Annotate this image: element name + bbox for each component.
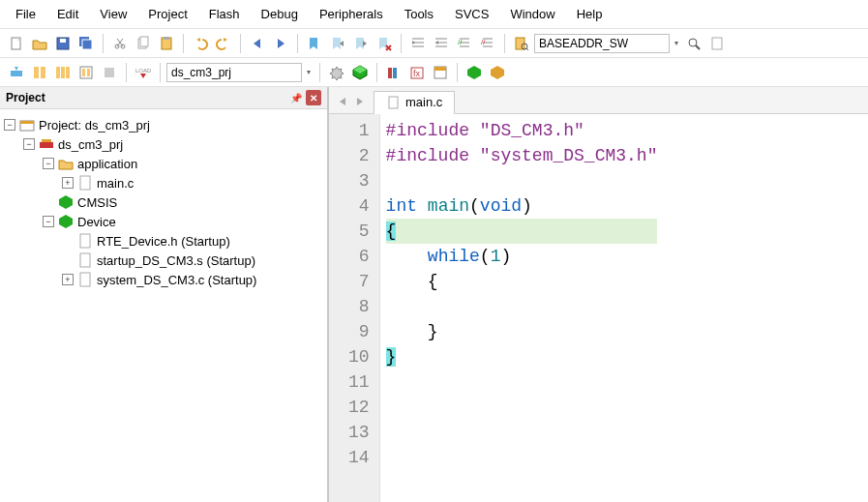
sfile-icon	[77, 252, 93, 268]
cut-icon[interactable]	[109, 33, 131, 54]
rebuild-icon[interactable]	[52, 62, 74, 83]
tree-group-application[interactable]: − application	[43, 154, 323, 173]
svg-marker-17	[363, 41, 367, 46]
hfile-icon	[77, 233, 93, 249]
menu-help[interactable]: Help	[567, 4, 613, 24]
svg-rect-35	[61, 67, 65, 78]
copy-icon[interactable]	[133, 33, 154, 54]
tree-label: startup_DS_CM3.s (Startup)	[97, 253, 255, 268]
svg-rect-39	[87, 69, 90, 76]
functions-icon[interactable]: fx	[406, 62, 428, 83]
project-tree[interactable]: − Project: ds_cm3_prj − ds_cm3_prj − app…	[0, 109, 327, 502]
expand-icon[interactable]: +	[62, 177, 74, 189]
stop-build-icon[interactable]	[99, 62, 120, 83]
collapse-icon[interactable]: −	[4, 119, 15, 131]
tree-label: system_DS_CM3.c (Startup)	[97, 273, 256, 287]
tab-fwd-icon[interactable]	[352, 94, 368, 109]
svg-marker-63	[340, 98, 345, 105]
tree-group-cmsis[interactable]: CMSIS	[43, 192, 323, 212]
save-icon[interactable]	[52, 33, 74, 54]
svg-rect-5	[82, 40, 92, 49]
source[interactable]: #include "DS_CM3.h"#include "system_DS_C…	[380, 114, 658, 502]
pack-update-icon[interactable]	[487, 62, 508, 83]
menu-debug[interactable]: Debug	[252, 4, 308, 24]
svg-marker-14	[254, 39, 260, 48]
menu-file[interactable]: File	[6, 4, 45, 24]
tree-file[interactable]: startup_DS_CM3.s (Startup)	[62, 251, 323, 270]
nav-fwd-icon[interactable]	[270, 33, 291, 54]
svg-rect-57	[80, 176, 90, 190]
gutter: 1234567891011121314	[329, 114, 380, 502]
menu-window[interactable]: Window	[500, 4, 564, 24]
tree-target[interactable]: − ds_cm3_prj	[23, 134, 323, 154]
target-icon	[39, 136, 54, 152]
undo-icon[interactable]	[190, 33, 211, 54]
books-icon[interactable]	[383, 62, 404, 83]
svg-marker-51	[467, 66, 481, 79]
chevron-down-icon[interactable]: ▾	[304, 68, 314, 76]
svg-rect-46	[393, 68, 397, 78]
batch-build-icon[interactable]	[75, 62, 97, 83]
save-all-icon[interactable]	[75, 33, 97, 54]
expand-icon[interactable]: +	[62, 274, 74, 285]
editor-tab-main[interactable]: main.c	[374, 91, 455, 114]
collapse-icon[interactable]: −	[43, 216, 54, 227]
collapse-icon[interactable]: −	[23, 138, 35, 150]
bookmark-clear-icon[interactable]	[374, 33, 395, 54]
bookmark-toggle-icon[interactable]	[304, 33, 325, 54]
paste-icon[interactable]	[156, 33, 177, 54]
templates-icon[interactable]	[430, 62, 451, 83]
folder-icon	[58, 156, 74, 171]
new-file-icon[interactable]	[6, 33, 27, 54]
toolbar-build: LOAD ds_cm3_prj ▾ fx	[0, 58, 868, 87]
menu-tools[interactable]: Tools	[395, 4, 443, 24]
tree-label: RTE_Device.h (Startup)	[97, 234, 230, 249]
tree-label: CMSIS	[77, 195, 117, 210]
chevron-down-icon[interactable]: ▾	[672, 39, 681, 47]
target-combo[interactable]: ds_cm3_prj	[166, 63, 302, 82]
target-options-icon[interactable]	[326, 62, 347, 83]
svg-rect-62	[80, 273, 90, 286]
pin-icon[interactable]: 📌	[288, 90, 304, 105]
manage-rte-icon[interactable]	[349, 62, 371, 83]
tree-group-device[interactable]: − Device	[43, 212, 323, 231]
find-combo[interactable]: BASEADDR_SW	[534, 34, 670, 53]
bookmark-next-icon[interactable]	[350, 33, 372, 54]
menu-flash[interactable]: Flash	[199, 4, 250, 24]
editor-area: main.c 1234567891011121314 #include "DS_…	[329, 87, 868, 502]
tree-root[interactable]: − Project: ds_cm3_prj	[4, 115, 323, 134]
menu-project[interactable]: Project	[138, 4, 196, 24]
doc-icon[interactable]	[706, 33, 728, 54]
svg-marker-12	[196, 38, 200, 42]
collapse-icon[interactable]: −	[43, 158, 54, 169]
nav-back-icon[interactable]	[247, 33, 268, 54]
code-editor[interactable]: 1234567891011121314 #include "DS_CM3.h"#…	[329, 114, 868, 502]
menu-peripherals[interactable]: Peripherals	[310, 4, 393, 24]
svg-rect-50	[434, 67, 446, 71]
find-in-files-icon[interactable]	[511, 33, 532, 54]
project-icon	[19, 117, 35, 133]
svg-line-28	[696, 45, 700, 49]
bookmark-prev-icon[interactable]	[327, 33, 348, 54]
comment-icon[interactable]: //	[454, 33, 475, 54]
close-icon[interactable]: ✕	[306, 90, 321, 105]
uncomment-icon[interactable]: //	[477, 33, 498, 54]
tree-file[interactable]: RTE_Device.h (Startup)	[62, 231, 323, 251]
main-split: Project 📌 ✕ − Project: ds_cm3_prj − ds_c…	[0, 87, 868, 502]
find-icon[interactable]	[683, 33, 704, 54]
outdent-icon[interactable]	[431, 33, 452, 54]
indent-icon[interactable]	[407, 33, 429, 54]
tree-file[interactable]: + system_DS_CM3.c (Startup)	[62, 270, 323, 289]
build-icon[interactable]	[29, 62, 50, 83]
pack-installer-icon[interactable]	[464, 62, 485, 83]
translate-icon[interactable]	[6, 62, 27, 83]
menu-svcs[interactable]: SVCS	[445, 4, 498, 24]
open-folder-icon[interactable]	[29, 33, 50, 54]
menu-edit[interactable]: Edit	[47, 4, 88, 24]
tree-file[interactable]: + main.c	[62, 173, 323, 192]
menu-view[interactable]: View	[90, 4, 136, 24]
download-icon[interactable]: LOAD	[133, 62, 154, 83]
redo-icon[interactable]	[213, 33, 234, 54]
svg-rect-33	[41, 67, 45, 78]
tab-back-icon[interactable]	[335, 94, 350, 109]
